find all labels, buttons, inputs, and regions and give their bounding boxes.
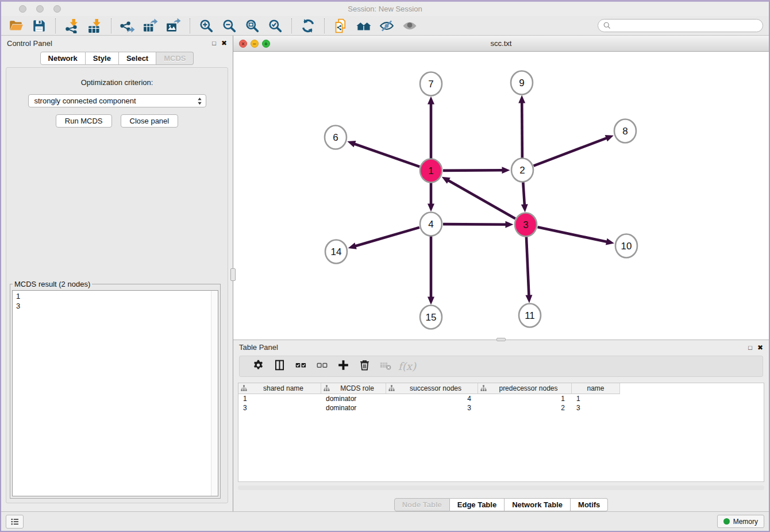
- tab-mcds[interactable]: MCDS: [156, 52, 194, 65]
- edge-1-2[interactable]: [443, 170, 503, 171]
- search-box[interactable]: [598, 19, 763, 32]
- table-panel-title: Table Panel: [239, 343, 278, 352]
- node-8[interactable]: 8: [614, 119, 636, 143]
- open-file-button[interactable]: [5, 17, 28, 34]
- node-15[interactable]: 15: [420, 306, 442, 329]
- tab-edge-table[interactable]: Edge Table: [450, 498, 505, 511]
- split-columns-button[interactable]: [269, 357, 290, 375]
- node-11[interactable]: 11: [519, 304, 541, 327]
- import-network-icon: [64, 18, 79, 33]
- hide-details-button[interactable]: [375, 17, 398, 34]
- import-table-icon: [87, 18, 102, 33]
- zoom-in-button[interactable]: [195, 17, 218, 34]
- edge-4-3[interactable]: [443, 224, 506, 225]
- tab-select[interactable]: Select: [119, 52, 156, 65]
- home-view-button[interactable]: [352, 17, 375, 34]
- node-1[interactable]: 1: [420, 159, 442, 183]
- edge-3-11[interactable]: [526, 237, 529, 296]
- table-hscrollbar[interactable]: [238, 485, 764, 490]
- delete-row-button[interactable]: [354, 357, 375, 375]
- table-row[interactable]: 1dominator411: [238, 394, 764, 403]
- zoom-out-icon: [222, 18, 237, 33]
- table-row[interactable]: 3dominator323: [238, 403, 764, 413]
- deselect-all-button[interactable]: [311, 357, 333, 375]
- column-header-predecessor-nodes[interactable]: predecessor nodes: [478, 383, 572, 394]
- zoom-selected-button[interactable]: [264, 17, 287, 34]
- node-3[interactable]: 3: [515, 213, 537, 237]
- main-toolbar: [1, 16, 769, 36]
- edge-1-6[interactable]: [354, 144, 419, 167]
- tab-network[interactable]: Network: [40, 52, 86, 65]
- toolbar-separator: [55, 18, 56, 33]
- window-titlebar: Session: New Session: [1, 2, 769, 16]
- float-table-panel-icon[interactable]: □: [748, 344, 752, 351]
- table-cell: 3: [238, 404, 321, 412]
- tab-motifs[interactable]: Motifs: [571, 498, 608, 511]
- run-mcds-button[interactable]: Run MCDS: [56, 114, 112, 128]
- control-panel-title: Control Panel: [7, 39, 52, 48]
- node-2[interactable]: 2: [511, 159, 533, 182]
- settings-gear-icon: [252, 359, 264, 373]
- horizontal-splitter-grip[interactable]: [496, 338, 506, 341]
- criterion-select[interactable]: strongly connected component: [28, 94, 206, 107]
- network-minimize-button[interactable]: −: [251, 40, 259, 48]
- column-type-icon: [480, 385, 487, 391]
- mcds-result-text[interactable]: 1 3: [12, 290, 218, 496]
- zoom-fit-icon: [245, 18, 260, 33]
- window-zoom-button[interactable]: [53, 5, 61, 13]
- network-canvas[interactable]: 7968124314101511: [233, 52, 769, 340]
- zoom-fit-button[interactable]: [241, 17, 264, 34]
- zoom-out-button[interactable]: [218, 17, 241, 34]
- column-header-shared-name[interactable]: shared name: [238, 383, 321, 394]
- node-7[interactable]: 7: [420, 72, 442, 96]
- task-history-button[interactable]: [6, 515, 24, 529]
- edge-3-1[interactable]: [448, 180, 515, 219]
- export-network-button[interactable]: [116, 17, 139, 34]
- edge-2-9[interactable]: [522, 102, 522, 158]
- node-label: 6: [333, 132, 338, 143]
- toolbar-group: [5, 17, 51, 34]
- panel-splitter-grip[interactable]: [230, 268, 236, 281]
- memory-button[interactable]: Memory: [717, 515, 764, 528]
- column-header-successor-nodes[interactable]: successor nodes: [386, 383, 478, 394]
- node-9[interactable]: 9: [511, 71, 533, 95]
- export-image-button[interactable]: [162, 17, 185, 34]
- table-cell: 2: [478, 404, 572, 412]
- close-panel-icon[interactable]: ✖: [221, 39, 227, 47]
- network-maximize-button[interactable]: +: [262, 40, 270, 48]
- tab-network-table[interactable]: Network Table: [505, 498, 571, 511]
- node-4[interactable]: 4: [420, 213, 442, 236]
- tab-node-table[interactable]: Node Table: [394, 498, 450, 511]
- copy-network-button[interactable]: [329, 17, 352, 34]
- window-minimize-button[interactable]: [36, 5, 44, 13]
- network-close-button[interactable]: ×: [239, 40, 247, 48]
- node-6[interactable]: 6: [325, 126, 346, 149]
- add-row-button[interactable]: [333, 357, 354, 375]
- tab-style[interactable]: Style: [86, 52, 119, 65]
- column-header-name[interactable]: name: [572, 383, 620, 394]
- edge-3-10[interactable]: [538, 227, 607, 242]
- optimization-label: Optimization criterion:: [6, 78, 228, 87]
- close-table-panel-icon[interactable]: ✖: [757, 344, 763, 352]
- node-14[interactable]: 14: [325, 240, 347, 264]
- export-table-button[interactable]: [139, 17, 162, 34]
- save-session-button[interactable]: [28, 17, 51, 34]
- refresh-layout-button[interactable]: [297, 17, 319, 34]
- window-close-button[interactable]: [19, 5, 26, 13]
- import-table-button[interactable]: [83, 17, 106, 34]
- edge-2-3[interactable]: [523, 182, 525, 205]
- node-10[interactable]: 10: [615, 234, 637, 258]
- edge-2-8[interactable]: [534, 138, 607, 165]
- column-header-mcds-role[interactable]: MCDS role: [321, 383, 386, 394]
- control-panel-header: Control Panel □ ✖: [1, 36, 233, 51]
- delete-table-icon: [380, 359, 392, 373]
- import-network-button[interactable]: [60, 17, 83, 34]
- float-panel-icon[interactable]: □: [212, 40, 216, 47]
- result-scrollbar[interactable]: [211, 291, 218, 496]
- close-panel-button[interactable]: Close panel: [121, 114, 179, 128]
- search-input[interactable]: [614, 22, 758, 30]
- edge-4-14[interactable]: [355, 228, 419, 246]
- show-details-button[interactable]: [398, 17, 421, 34]
- settings-gear-button[interactable]: [248, 357, 269, 375]
- select-all-button[interactable]: [290, 357, 311, 375]
